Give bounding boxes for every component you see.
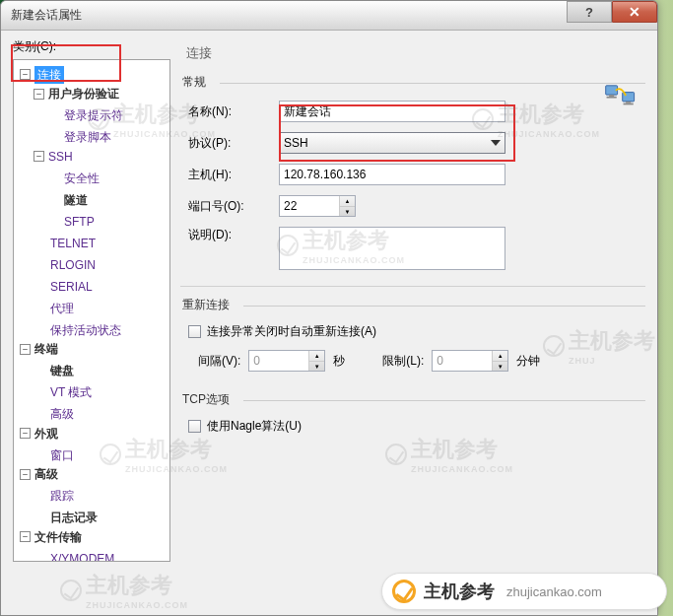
- interval-spinbox[interactable]: ▲ ▼: [248, 350, 325, 372]
- seconds-unit: 秒: [333, 353, 345, 370]
- interval-input[interactable]: [249, 351, 308, 371]
- collapse-icon[interactable]: −: [20, 531, 31, 542]
- minutes-unit: 分钟: [516, 353, 540, 370]
- tree-label-connection: 连接: [34, 66, 64, 84]
- row-port: 端口号(O): ▲ ▼: [180, 195, 645, 217]
- host-label: 主机(H):: [180, 167, 279, 183]
- description-textarea[interactable]: [279, 227, 505, 270]
- separator: [180, 286, 645, 287]
- tree-node-connection[interactable]: − 连接: [20, 66, 64, 84]
- protocol-label: 协议(P):: [180, 135, 279, 152]
- tree-node-tunnel[interactable]: 隧道: [47, 191, 88, 209]
- tree-node-adv2[interactable]: − 高级: [20, 465, 58, 483]
- svg-rect-4: [626, 102, 631, 103]
- auto-reconnect-checkbox[interactable]: 连接异常关闭时自动重新连接(A): [180, 323, 376, 340]
- checkbox-icon: [188, 325, 201, 338]
- tree-node-keyboard[interactable]: 键盘: [34, 362, 74, 379]
- name-input[interactable]: [279, 101, 505, 122]
- tree-node-telnet[interactable]: TELNET: [34, 235, 96, 252]
- tree-label-auth: 用户身份验证: [48, 85, 119, 103]
- right-panel: 连接 常规 名称(N): 协议(P): SSH: [180, 38, 645, 603]
- nagle-checkbox[interactable]: 使用Nagle算法(U): [180, 418, 302, 435]
- tree-node-ssh[interactable]: − SSH: [34, 148, 73, 166]
- tree-node-security[interactable]: 安全性: [47, 170, 100, 187]
- content-area: 类别(C): − 连接 − 用户身份验证: [1, 31, 657, 615]
- spin-up-icon[interactable]: ▲: [340, 196, 355, 207]
- tree-node-login-script[interactable]: 登录脚本: [47, 128, 111, 146]
- tree-node-keepalive[interactable]: 保持活动状态: [34, 321, 121, 339]
- svg-rect-5: [624, 103, 634, 105]
- name-label: 名称(N):: [180, 103, 279, 120]
- row-interval: 间隔(V): ▲ ▼ 秒 限制(L): ▲ ▼: [180, 350, 645, 372]
- tree-node-proxy[interactable]: 代理: [34, 300, 74, 317]
- port-input[interactable]: [280, 196, 339, 216]
- panel-title: 连接: [186, 44, 645, 62]
- desc-label: 说明(D):: [180, 227, 279, 243]
- spin-up-icon[interactable]: ▲: [309, 351, 324, 362]
- checkbox-icon: [188, 420, 201, 433]
- spin-up-icon[interactable]: ▲: [493, 351, 507, 362]
- tree-node-appearance[interactable]: − 外观: [20, 425, 58, 443]
- spin-down-icon[interactable]: ▼: [340, 207, 355, 217]
- help-button[interactable]: ?: [567, 1, 612, 23]
- chevron-down-icon: [491, 140, 501, 146]
- brand-name: 主机参考: [424, 580, 495, 603]
- close-button[interactable]: ✕: [612, 1, 657, 23]
- group-tcp: TCP选项: [180, 391, 645, 408]
- limit-label: 限制(L):: [382, 353, 424, 370]
- limit-input[interactable]: [433, 351, 492, 371]
- row-description: 说明(D):: [180, 227, 645, 270]
- limit-spinbox[interactable]: ▲ ▼: [432, 350, 508, 372]
- left-column: 类别(C): − 连接 − 用户身份验证: [13, 38, 170, 603]
- spin-down-icon[interactable]: ▼: [493, 362, 507, 372]
- host-input[interactable]: [279, 164, 505, 185]
- tree-node-rlogin[interactable]: RLOGIN: [34, 256, 96, 274]
- tree-node-xymodem[interactable]: X/YMODEM: [34, 550, 114, 563]
- tree-node-trace[interactable]: 跟踪: [34, 487, 74, 505]
- collapse-icon[interactable]: −: [20, 344, 31, 355]
- port-label: 端口号(O):: [180, 198, 279, 215]
- collapse-icon[interactable]: −: [20, 428, 31, 439]
- tree-node-vtmode[interactable]: VT 模式: [34, 383, 92, 401]
- auto-reconnect-label: 连接异常关闭时自动重新连接(A): [207, 323, 376, 340]
- tree-node-logging[interactable]: 日志记录: [34, 509, 98, 526]
- tree-node-serial[interactable]: SERIAL: [34, 278, 93, 296]
- interval-label: 间隔(V):: [198, 353, 240, 370]
- dialog-window: 新建会话属性 ? ✕ 类别(C): − 连接: [0, 0, 658, 616]
- port-spinbox[interactable]: ▲ ▼: [279, 195, 356, 217]
- group-reconnect: 重新连接: [180, 297, 645, 313]
- tree-node-file-transfer[interactable]: − 文件传输: [20, 528, 82, 546]
- spin-down-icon[interactable]: ▼: [309, 362, 324, 372]
- tree-node-sftp[interactable]: SFTP: [47, 213, 95, 231]
- tree-node-auth[interactable]: − 用户身份验证: [34, 85, 119, 103]
- row-protocol: 协议(P): SSH: [180, 132, 645, 154]
- collapse-icon[interactable]: −: [34, 151, 44, 162]
- category-tree[interactable]: − 连接 − 用户身份验证 登录提示符 登录: [13, 59, 170, 562]
- brand-logo-icon: [392, 580, 416, 603]
- tree-node-window[interactable]: 窗口: [34, 446, 74, 464]
- protocol-value: SSH: [284, 136, 308, 150]
- titlebar-buttons: ? ✕: [567, 1, 657, 23]
- tree-node-advanced[interactable]: 高级: [34, 405, 74, 423]
- tree-label-ssh: SSH: [48, 148, 73, 166]
- window-title: 新建会话属性: [11, 7, 82, 24]
- titlebar[interactable]: 新建会话属性 ? ✕: [1, 1, 657, 31]
- collapse-icon[interactable]: −: [20, 69, 31, 80]
- collapse-icon[interactable]: −: [34, 89, 44, 100]
- nagle-label: 使用Nagle算法(U): [207, 418, 302, 435]
- svg-rect-1: [609, 95, 614, 97]
- brand-footer: 主机参考 zhujicankao.com: [381, 573, 667, 610]
- row-host: 主机(H):: [180, 164, 645, 185]
- row-name: 名称(N):: [180, 101, 645, 122]
- row-reconnect-check: 连接异常关闭时自动重新连接(A): [180, 323, 645, 340]
- tree-node-terminal[interactable]: − 终端: [20, 340, 58, 358]
- collapse-icon[interactable]: −: [20, 469, 31, 480]
- group-general: 常规: [180, 74, 645, 91]
- row-nagle: 使用Nagle算法(U): [180, 418, 645, 435]
- tree-node-login-prompt[interactable]: 登录提示符: [47, 106, 123, 124]
- brand-domain: zhujicankao.com: [506, 584, 602, 599]
- protocol-combobox[interactable]: SSH: [279, 132, 505, 154]
- svg-rect-2: [607, 97, 617, 99]
- category-label: 类别(C):: [13, 38, 170, 55]
